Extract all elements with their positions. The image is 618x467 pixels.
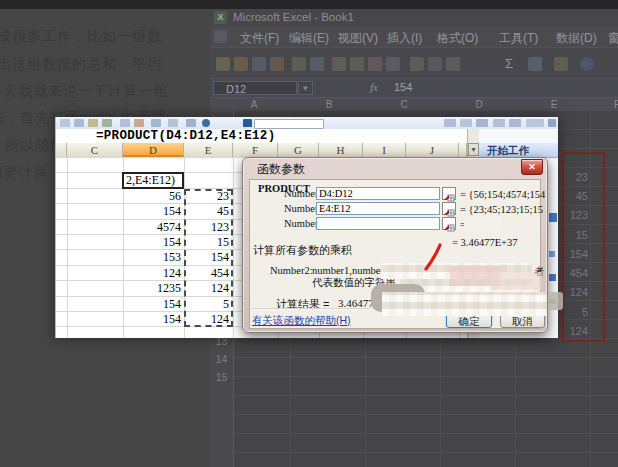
page: 成很多工作，比如一组数 出这组数据的总和、平均 今天我就来说一下计算一组 法，首… <box>0 0 618 467</box>
toolbar-icon <box>151 119 161 127</box>
autosum-icon[interactable]: Σ <box>505 56 513 71</box>
toolbar-icon <box>134 119 144 127</box>
open-icon[interactable] <box>234 57 248 71</box>
toolbar-icon <box>548 119 556 127</box>
chart-wizard-icon[interactable] <box>554 57 568 71</box>
menu-icon <box>214 30 227 43</box>
top-dark-strip <box>0 0 618 9</box>
column-header: H <box>319 143 363 157</box>
new-icon[interactable] <box>216 57 230 71</box>
column-header: I <box>363 143 406 157</box>
toolbar-icon <box>526 119 544 127</box>
column-header: E <box>184 143 233 157</box>
toolbar-icon <box>88 119 98 127</box>
range-picker-icon[interactable] <box>442 187 456 200</box>
column-header: J <box>406 143 459 157</box>
article-line: 们要计算 <box>0 163 48 182</box>
menu-edit[interactable]: 编辑(E) <box>289 30 329 47</box>
cell-value: 4574 <box>122 220 184 235</box>
toolbar-icon <box>493 119 505 127</box>
standard-toolbar: Σ <box>210 47 618 79</box>
cut-icon[interactable] <box>332 57 346 71</box>
spelling-icon[interactable] <box>310 57 324 71</box>
cell-value: 124 <box>122 266 184 281</box>
formula-text: =PRODUCT(D4:D12,E4:E12) <box>96 129 275 143</box>
cell-value: 153 <box>122 250 184 265</box>
column-header-partial <box>459 143 467 157</box>
menu-view[interactable]: 视图(V) <box>338 30 378 47</box>
sort-icon[interactable] <box>528 57 542 71</box>
cell-value: 154 <box>122 235 184 250</box>
number3-input[interactable] <box>316 217 440 230</box>
preview-icon[interactable] <box>292 57 306 71</box>
toolbar-icon <box>476 119 488 127</box>
cell-value: 56 <box>122 189 184 204</box>
insert-function-icon[interactable]: fx <box>370 81 378 93</box>
menu-format[interactable]: 格式(O) <box>437 30 478 47</box>
task-pane-link-fragment <box>549 213 557 222</box>
red-annotation-box <box>562 152 605 342</box>
range-picker-icon[interactable] <box>442 217 456 230</box>
number1-input[interactable]: D4:D12 <box>316 187 440 200</box>
menu-file[interactable]: 文件(F) <box>240 30 279 47</box>
redo-icon[interactable] <box>428 57 442 71</box>
gridline <box>67 158 68 338</box>
copy-icon[interactable] <box>350 57 364 71</box>
formula-bar-row: D12 ▼ fx 154 <box>210 78 618 98</box>
toolbar-icon <box>460 119 472 127</box>
selection-marquee <box>184 189 233 327</box>
paste-icon[interactable] <box>368 57 382 71</box>
menu-data[interactable]: 数据(D) <box>556 30 597 47</box>
menu-window[interactable]: 窗 <box>608 30 618 47</box>
param-label: Number2: <box>270 265 313 276</box>
cell-value: 154 <box>122 204 184 219</box>
save-icon[interactable] <box>252 57 266 71</box>
task-pane-title: 开始工作 <box>479 143 558 158</box>
cell-value: 154 <box>122 312 184 327</box>
censor-mosaic <box>382 292 548 316</box>
red-pen-stroke <box>421 242 445 272</box>
close-icon[interactable]: ✕ <box>521 159 543 175</box>
task-pane-link-fragment <box>549 274 556 281</box>
formula-bar-value[interactable]: 154 <box>394 81 412 93</box>
column-header: C <box>396 99 412 110</box>
name-box-dropdown-icon[interactable]: ▼ <box>298 81 313 95</box>
gridline <box>233 158 234 338</box>
hyperlink-icon[interactable] <box>446 57 460 71</box>
censor-patch <box>464 216 502 230</box>
column-header: B <box>321 99 337 110</box>
dialog-content: PRODUCT Number1 Number2 Number3 D4:D12 E… <box>249 179 541 329</box>
print-icon[interactable] <box>270 57 284 71</box>
toolbar-icon <box>60 119 70 127</box>
cell-value: 1235 <box>122 281 184 296</box>
window-title: Microsoft Excel - Book1 <box>233 11 354 23</box>
help-icon[interactable] <box>580 57 594 71</box>
title-bar: X Microsoft Excel - Book1 <box>210 9 618 26</box>
row-number: 15 <box>210 371 233 383</box>
help-link[interactable]: 有关该函数的帮助(H) <box>252 314 351 328</box>
article-line: 出这组数据的总和、平均 <box>0 55 162 74</box>
range-picker-icon[interactable] <box>442 202 456 215</box>
toolbar-icon <box>120 119 130 127</box>
function-description: 计算所有参数的乘积 <box>253 243 352 258</box>
toolbar-icon <box>186 119 196 127</box>
menu-tools[interactable]: 工具(T) <box>499 30 538 47</box>
name-box[interactable]: D12 <box>213 81 297 95</box>
number2-input[interactable]: E4:E12 <box>316 202 440 215</box>
menu-insert[interactable]: 插入(I) <box>387 30 422 47</box>
task-pane-link-fragment <box>549 251 555 257</box>
column-header: A <box>246 99 262 110</box>
column-header-selected: D <box>123 143 184 157</box>
column-header-row: A B C D E F <box>210 97 618 112</box>
format-painter-icon[interactable] <box>386 57 400 71</box>
column-header: F <box>609 99 618 110</box>
help-icon <box>202 119 210 127</box>
undo-icon[interactable] <box>410 57 424 71</box>
column-header: F <box>233 143 278 157</box>
article-line: 成很多工作，比如一组数 <box>0 27 162 46</box>
cell-value: 154 <box>122 297 184 312</box>
column-header-b <box>56 143 67 157</box>
function-arguments-dialog: 函数参数 ✕ PRODUCT Number1 Number2 Number3 D… <box>242 157 548 333</box>
field-result: = {23;45;123;15;15 <box>460 204 543 215</box>
excel-app-icon: X <box>214 11 227 24</box>
